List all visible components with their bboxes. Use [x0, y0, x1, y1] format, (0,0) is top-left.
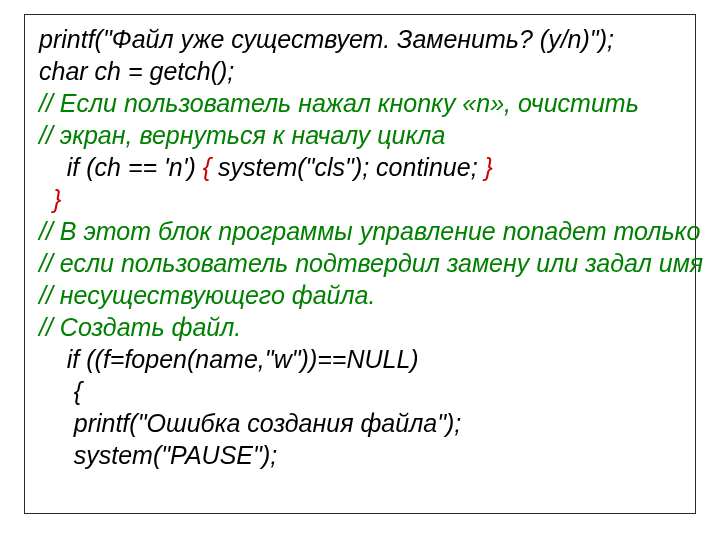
code-comment: // если пользователь подтвердил замену и… — [39, 247, 681, 279]
code-line: char ch = getch(); — [39, 55, 681, 87]
code-comment: // В этот блок программы управление попа… — [39, 215, 681, 247]
code-line: printf("Ошибка создания файла"); — [39, 407, 681, 439]
code-line: system("PAUSE"); — [39, 439, 681, 471]
code-line: { — [39, 375, 681, 407]
code-comment: // Создать файл. — [39, 311, 681, 343]
code-text: if (ch == 'n') — [39, 153, 203, 181]
code-comment: // Если пользователь нажал кнопку «n», о… — [39, 87, 681, 119]
slide: printf("Файл уже существует. Заменить? (… — [0, 0, 720, 540]
code-indent — [39, 185, 53, 213]
brace-close: } — [485, 153, 493, 181]
code-line: printf("Файл уже существует. Заменить? (… — [39, 23, 681, 55]
code-comment: // несуществующего файла. — [39, 279, 681, 311]
code-line: if (ch == 'n') { system("cls"); continue… — [39, 151, 681, 183]
code-line: } — [39, 183, 681, 215]
code-comment: // экран, вернуться к началу цикла — [39, 119, 681, 151]
code-block: printf("Файл уже существует. Заменить? (… — [24, 14, 696, 514]
code-line: if ((f=fopen(name,"w"))==NULL) — [39, 343, 681, 375]
brace-close: } — [53, 185, 61, 213]
brace-open: { — [203, 153, 211, 181]
code-text: system("cls"); continue; — [211, 153, 484, 181]
